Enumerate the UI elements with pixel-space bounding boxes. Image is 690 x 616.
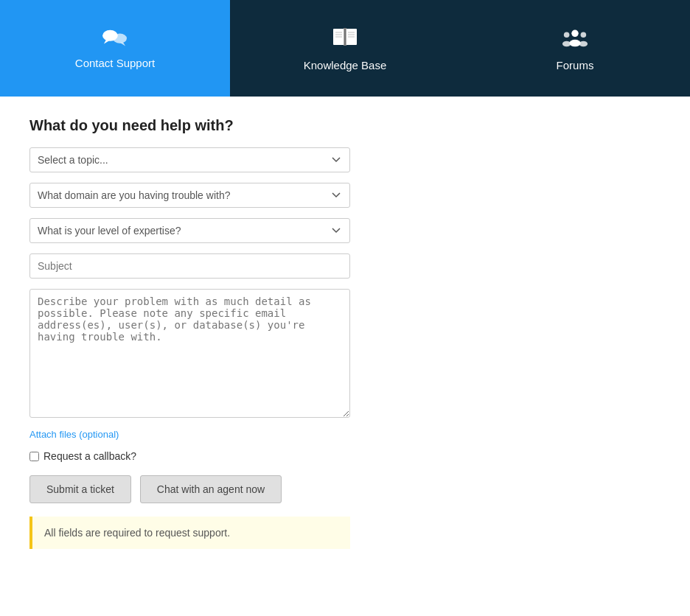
chat-agent-button[interactable]: Chat with an agent now (140, 475, 282, 503)
svg-point-18 (581, 32, 587, 38)
subject-input[interactable] (29, 253, 350, 279)
svg-point-15 (569, 39, 580, 46)
contact-icon (101, 27, 129, 51)
svg-point-19 (579, 41, 588, 46)
tab-knowledge-base-label: Knowledge Base (304, 59, 387, 71)
svg-point-14 (571, 29, 578, 36)
expertise-select[interactable]: What is your level of expertise? Beginne… (29, 218, 350, 243)
expertise-select-group: What is your level of expertise? Beginne… (29, 218, 661, 243)
svg-marker-3 (120, 43, 126, 46)
callback-label[interactable]: Request a callback? (43, 450, 136, 462)
description-textarea[interactable] (29, 289, 350, 418)
nav-tabs: Contact Support Knowledge Base (0, 0, 690, 97)
forum-icon (562, 26, 588, 53)
topic-select-group: Select a topic... Billing Technical Issu… (29, 147, 661, 172)
domain-select-group: What domain are you having trouble with? (29, 183, 661, 208)
main-content: What do you need help with? Select a top… (0, 97, 690, 578)
svg-point-16 (564, 32, 570, 38)
svg-point-2 (113, 33, 127, 43)
callback-row: Request a callback? (29, 450, 661, 462)
subject-group (29, 253, 661, 279)
section-title: What do you need help with? (29, 117, 661, 134)
description-group (29, 289, 661, 418)
book-icon (332, 26, 358, 53)
domain-select[interactable]: What domain are you having trouble with? (29, 183, 350, 208)
callback-checkbox[interactable] (29, 452, 39, 461)
tab-forums[interactable]: Forums (460, 0, 690, 97)
tab-forums-label: Forums (557, 59, 594, 71)
button-row: Submit a ticket Chat with an agent now (29, 475, 661, 503)
tab-contact-support-label: Contact Support (75, 57, 155, 69)
tab-contact-support[interactable]: Contact Support (0, 0, 230, 97)
info-message: All fields are required to request suppo… (44, 527, 230, 539)
svg-marker-1 (104, 40, 110, 44)
svg-point-17 (562, 41, 571, 46)
topic-select[interactable]: Select a topic... Billing Technical Issu… (29, 147, 350, 172)
info-banner: All fields are required to request suppo… (29, 517, 350, 549)
attach-files-link[interactable]: Attach files (optional) (29, 429, 119, 440)
tab-knowledge-base[interactable]: Knowledge Base (230, 0, 460, 97)
submit-ticket-button[interactable]: Submit a ticket (29, 475, 131, 503)
